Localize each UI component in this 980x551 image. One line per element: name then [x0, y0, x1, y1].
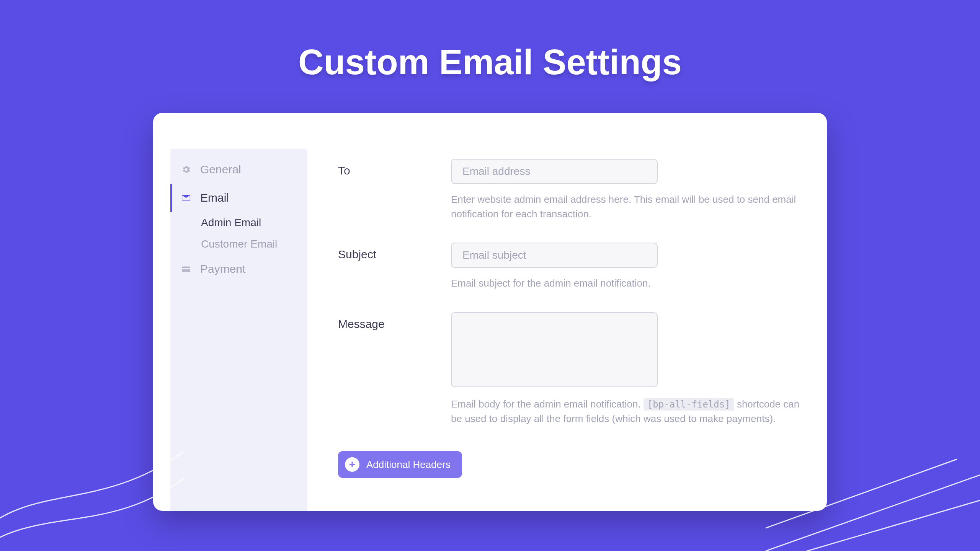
decorative-lines-left [0, 436, 184, 551]
message-label: Message [338, 312, 451, 426]
subject-input[interactable] [451, 243, 658, 268]
sidebar-subitem-customer-email[interactable]: Customer Email [170, 233, 307, 255]
sidebar-item-general[interactable]: General [170, 155, 307, 184]
message-helper: Email body for the admin email notificat… [451, 397, 804, 426]
to-input[interactable] [451, 159, 658, 184]
sidebar-item-label: Email [200, 191, 229, 204]
decorative-lines-right [766, 444, 980, 551]
svg-rect-0 [182, 267, 190, 268]
form-panel: To Enter website admin email address her… [307, 113, 827, 511]
to-helper: Enter website admin email address here. … [451, 192, 804, 221]
payment-icon [181, 264, 194, 274]
gear-icon [181, 165, 194, 174]
svg-rect-1 [182, 269, 190, 272]
shortcode: [bp-all-fields] [644, 398, 734, 411]
subject-label: Subject [338, 243, 451, 291]
message-textarea[interactable] [451, 312, 658, 387]
sidebar-item-label: General [200, 163, 241, 176]
settings-sidebar: General Email Admin Email Customer Email… [170, 149, 307, 511]
additional-headers-label: Additional Headers [366, 459, 451, 471]
plus-icon: + [345, 457, 359, 472]
field-message: Message Email body for the admin email n… [338, 312, 804, 426]
sidebar-item-email[interactable]: Email [170, 184, 307, 212]
sidebar-item-payment[interactable]: Payment [170, 255, 307, 283]
settings-card: General Email Admin Email Customer Email… [153, 113, 827, 511]
sidebar-subitem-admin-email[interactable]: Admin Email [170, 212, 307, 233]
to-label: To [338, 159, 451, 221]
envelope-icon [181, 193, 194, 203]
sidebar-item-label: Payment [200, 262, 245, 276]
page-title: Custom Email Settings [0, 0, 980, 82]
additional-headers-button[interactable]: + Additional Headers [338, 451, 462, 478]
subject-helper: Email subject for the admin email notifi… [451, 276, 804, 291]
field-to: To Enter website admin email address her… [338, 159, 804, 221]
field-subject: Subject Email subject for the admin emai… [338, 243, 804, 291]
